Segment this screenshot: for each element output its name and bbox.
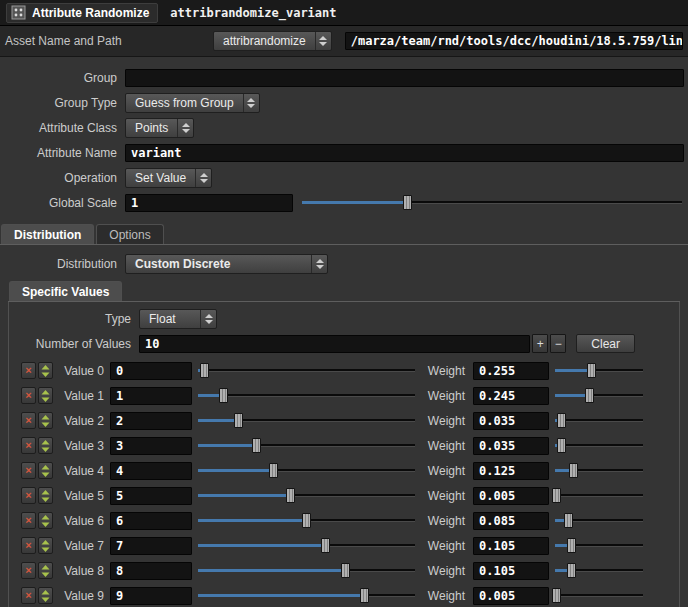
- slider-handle[interactable]: [585, 388, 594, 403]
- weight-field[interactable]: 0.245: [473, 387, 549, 405]
- weight-slider[interactable]: [555, 562, 643, 579]
- value-slider[interactable]: [198, 437, 415, 454]
- reorder-value-button[interactable]: [38, 537, 53, 554]
- node-name-field[interactable]: attribrandomize_variant: [170, 6, 336, 20]
- value-slider[interactable]: [198, 462, 415, 479]
- value-field[interactable]: 9: [110, 587, 192, 605]
- weight-slider[interactable]: [555, 537, 643, 554]
- remove-last-value-button[interactable]: −: [550, 334, 566, 353]
- value-field[interactable]: 1: [110, 387, 192, 405]
- slider-handle[interactable]: [234, 413, 243, 428]
- weight-slider[interactable]: [555, 512, 643, 529]
- weight-slider[interactable]: [555, 412, 643, 429]
- reorder-value-button[interactable]: [38, 587, 53, 604]
- asset-path-field[interactable]: /marza/team/rnd/tools/dcc/houdini/18.5.7…: [345, 32, 683, 50]
- value-field[interactable]: 0: [110, 362, 192, 380]
- value-slider[interactable]: [198, 387, 415, 404]
- slider-handle[interactable]: [552, 488, 561, 503]
- slider-handle[interactable]: [552, 588, 561, 603]
- weight-field[interactable]: 0.035: [473, 437, 549, 455]
- weight-field[interactable]: 0.085: [473, 512, 549, 530]
- slider-handle[interactable]: [569, 463, 578, 478]
- remove-value-button[interactable]: ×: [21, 387, 36, 404]
- remove-value-button[interactable]: ×: [21, 537, 36, 554]
- slider-handle[interactable]: [567, 538, 576, 553]
- slider-handle[interactable]: [564, 513, 573, 528]
- value-slider[interactable]: [198, 587, 415, 604]
- slider-handle[interactable]: [200, 363, 209, 378]
- remove-value-button[interactable]: ×: [21, 412, 36, 429]
- group-type-dropdown[interactable]: Guess from Group: [125, 93, 260, 113]
- value-field[interactable]: 2: [110, 412, 192, 430]
- weight-field[interactable]: 0.125: [473, 462, 549, 480]
- remove-value-button[interactable]: ×: [21, 562, 36, 579]
- reorder-value-button[interactable]: [38, 437, 53, 454]
- value-slider[interactable]: [198, 537, 415, 554]
- global-scale-slider[interactable]: [302, 194, 682, 211]
- slider-handle[interactable]: [219, 388, 228, 403]
- distribution-dropdown[interactable]: Custom Discrete: [125, 254, 328, 274]
- weight-field[interactable]: 0.255: [473, 362, 549, 380]
- type-dropdown[interactable]: Float: [139, 309, 217, 329]
- slider-handle[interactable]: [587, 363, 596, 378]
- value-field[interactable]: 7: [110, 537, 192, 555]
- weight-field[interactable]: 0.005: [473, 487, 549, 505]
- reorder-value-button[interactable]: [38, 387, 53, 404]
- global-scale-field[interactable]: 1: [125, 194, 293, 212]
- clear-button[interactable]: Clear: [576, 334, 635, 353]
- tab-options[interactable]: Options: [96, 224, 163, 244]
- operation-dropdown[interactable]: Set Value: [125, 168, 212, 188]
- value-slider[interactable]: [198, 512, 415, 529]
- slider-handle[interactable]: [302, 513, 311, 528]
- asset-name-dropdown[interactable]: attribrandomize: [213, 31, 332, 51]
- weight-field[interactable]: 0.005: [473, 587, 549, 605]
- weight-field[interactable]: 0.105: [473, 562, 549, 580]
- slider-handle[interactable]: [269, 463, 278, 478]
- reorder-value-button[interactable]: [38, 362, 53, 379]
- weight-field[interactable]: 0.105: [473, 537, 549, 555]
- group-field[interactable]: [125, 69, 684, 87]
- value-slider[interactable]: [198, 412, 415, 429]
- weight-slider[interactable]: [555, 462, 643, 479]
- value-field[interactable]: 6: [110, 512, 192, 530]
- remove-value-button[interactable]: ×: [21, 487, 36, 504]
- weight-slider[interactable]: [555, 487, 643, 504]
- slider-handle[interactable]: [557, 438, 566, 453]
- remove-value-button[interactable]: ×: [21, 587, 36, 604]
- add-value-button[interactable]: +: [532, 334, 548, 353]
- value-field[interactable]: 8: [110, 562, 192, 580]
- slider-handle[interactable]: [286, 488, 295, 503]
- reorder-value-button[interactable]: [38, 462, 53, 479]
- slider-handle[interactable]: [567, 563, 576, 578]
- weight-slider[interactable]: [555, 387, 643, 404]
- slider-handle[interactable]: [403, 195, 412, 210]
- attribute-class-dropdown[interactable]: Points: [125, 118, 194, 138]
- reorder-value-button[interactable]: [38, 412, 53, 429]
- value-slider[interactable]: [198, 562, 415, 579]
- reorder-value-button[interactable]: [38, 487, 53, 504]
- weight-slider[interactable]: [555, 437, 643, 454]
- slider-handle[interactable]: [341, 563, 350, 578]
- number-of-values-field[interactable]: 10: [139, 335, 530, 353]
- value-field[interactable]: 3: [110, 437, 192, 455]
- slider-handle[interactable]: [321, 538, 330, 553]
- remove-value-button[interactable]: ×: [21, 462, 36, 479]
- weight-slider[interactable]: [555, 587, 643, 604]
- weight-slider[interactable]: [555, 362, 643, 379]
- slider-handle[interactable]: [360, 588, 369, 603]
- value-field[interactable]: 5: [110, 487, 192, 505]
- slider-handle[interactable]: [252, 438, 261, 453]
- value-field[interactable]: 4: [110, 462, 192, 480]
- reorder-value-button[interactable]: [38, 562, 53, 579]
- remove-value-button[interactable]: ×: [21, 437, 36, 454]
- remove-value-button[interactable]: ×: [21, 512, 36, 529]
- tab-distribution[interactable]: Distribution: [1, 224, 94, 244]
- value-slider[interactable]: [198, 362, 415, 379]
- attribute-name-field[interactable]: variant: [125, 144, 684, 162]
- tab-specific-values[interactable]: Specific Values: [9, 281, 122, 301]
- remove-value-button[interactable]: ×: [21, 362, 36, 379]
- slider-handle[interactable]: [557, 413, 566, 428]
- reorder-value-button[interactable]: [38, 512, 53, 529]
- weight-field[interactable]: 0.035: [473, 412, 549, 430]
- value-slider[interactable]: [198, 487, 415, 504]
